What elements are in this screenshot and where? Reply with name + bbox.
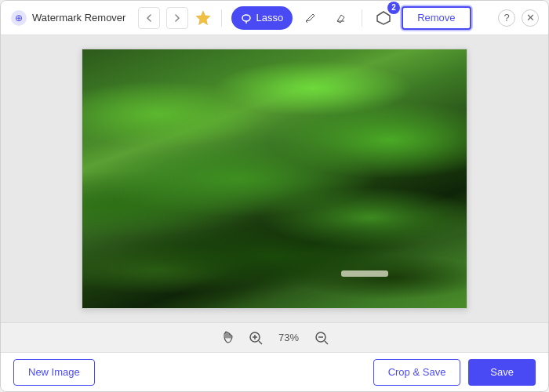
svg-marker-7 (377, 12, 390, 24)
app-logo-icon: ⊕ (10, 9, 27, 27)
svg-point-3 (242, 15, 250, 21)
svg-line-5 (306, 21, 307, 23)
app-logo: ⊕ Watermark Remover (10, 9, 132, 27)
pen-icon (304, 12, 317, 24)
svg-marker-2 (196, 11, 210, 25)
back-button[interactable] (138, 7, 160, 29)
forward-button[interactable] (166, 7, 188, 29)
remove-button[interactable]: Remove (402, 6, 471, 30)
eraser-tool-button[interactable] (329, 6, 352, 30)
polygon-icon (376, 11, 391, 25)
pen-tool-button[interactable] (299, 6, 322, 30)
lasso-icon (241, 13, 252, 24)
back-icon (145, 14, 153, 22)
zoom-in-icon (249, 331, 263, 345)
app-title: Watermark Remover (32, 12, 125, 24)
star-icon (195, 9, 212, 27)
zoom-out-button[interactable] (312, 328, 331, 347)
svg-text:⊕: ⊕ (15, 13, 23, 24)
badge-container: 2 (372, 6, 395, 30)
footer: New Image Crop & Save Save (1, 352, 548, 391)
landscape-image (82, 49, 467, 308)
lasso-tool-button[interactable]: Lasso (231, 6, 293, 30)
svg-line-14 (325, 341, 328, 344)
help-button[interactable]: ? (498, 9, 515, 27)
zoom-out-icon (314, 331, 329, 345)
canvas-area (1, 35, 548, 322)
new-image-button[interactable]: New Image (13, 359, 95, 386)
save-button[interactable]: Save (468, 359, 536, 386)
zoom-level: 73% (274, 332, 303, 343)
forward-icon (173, 14, 181, 22)
crop-save-button[interactable]: Crop & Save (373, 359, 461, 386)
image-container (82, 49, 467, 309)
close-button[interactable]: ✕ (522, 9, 539, 27)
toolbar-divider2 (362, 9, 362, 27)
toolbar-divider (221, 9, 222, 27)
lasso-label: Lasso (256, 12, 283, 24)
hand-icon (220, 330, 235, 346)
window-controls: ? ✕ (498, 9, 539, 27)
zoom-toolbar: 73% (1, 322, 548, 352)
close-icon: ✕ (526, 12, 535, 24)
badge-count: 2 (387, 2, 400, 14)
hand-tool-button[interactable] (218, 328, 237, 347)
help-icon: ? (504, 12, 509, 24)
title-bar: ⊕ Watermark Remover Lasso (1, 1, 548, 35)
zoom-in-button[interactable] (246, 328, 265, 347)
eraser-icon (334, 12, 347, 24)
svg-line-11 (259, 341, 262, 344)
